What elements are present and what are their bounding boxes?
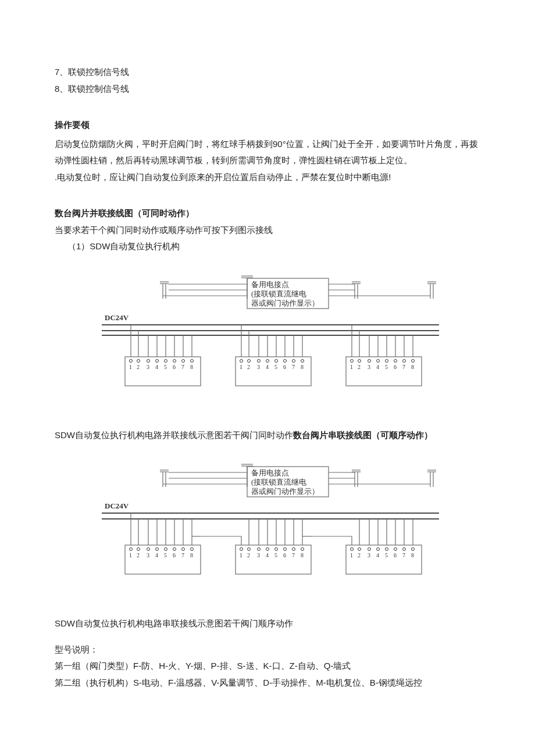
svg-point-195 [386,548,388,551]
svg-point-144 [165,548,167,551]
list-item-8: 8、联锁控制信号线 [55,81,480,98]
svg-text:3: 3 [257,364,260,370]
svg-point-36 [147,359,150,362]
svg-text:2: 2 [137,552,140,558]
parallel-wiring-heading: 数台阀片并联接线图（可同时动作） [55,205,480,222]
svg-point-197 [403,548,406,551]
svg-text:8: 8 [411,552,414,558]
svg-point-191 [351,548,354,551]
series-diagram-caption: SDW自动复位执行机构电路串联接线示意图若干阀门顺序动作 [55,615,480,632]
svg-text:6: 6 [394,552,397,558]
svg-point-146 [182,548,185,551]
svg-point-63 [275,359,278,362]
svg-point-65 [293,359,295,362]
svg-rect-50 [236,357,311,386]
svg-rect-130 [125,545,201,574]
svg-point-169 [266,548,269,551]
svg-text:DC24V: DC24V [105,501,129,510]
document-page: 7、联锁控制信号线 8、联锁控制信号线 操作要领 启动复位防烟防火阀，平时开启阀… [0,0,535,726]
svg-point-85 [358,359,361,362]
svg-point-87 [377,359,380,362]
svg-point-89 [394,359,397,362]
svg-text:3: 3 [147,364,149,370]
svg-point-141 [137,548,140,551]
wiring-module-2: 1 2 3 4 5 6 7 8 [236,325,311,386]
wiring-module-1: 1 2 3 4 5 6 7 8 [125,325,201,386]
svg-point-143 [156,548,159,551]
svg-point-198 [412,548,415,551]
diagram-annotation-line1: 备用电接点 [251,280,289,289]
svg-point-173 [301,548,304,551]
parallel-wiring-intro: 当要求若干个阀门同时动作或顺序动作可按下列图示接线 [55,222,480,239]
svg-point-39 [173,359,176,362]
svg-text:5: 5 [274,364,277,370]
svg-text:7: 7 [402,552,405,558]
svg-text:8: 8 [301,364,304,370]
diagram-annotation-line3: 器或阀门动作显示） [251,299,319,307]
svg-text:6: 6 [283,552,286,558]
svg-text:7: 7 [181,552,184,558]
parallel-sub-item-1: （1）SDW自动复位执行机构 [55,238,480,255]
diagram-annotation-line2: (接联锁直流继电 [251,289,306,298]
svg-text:1: 1 [350,364,353,370]
svg-text:3: 3 [368,552,370,558]
operation-essentials-heading: 操作要领 [55,117,480,134]
svg-text:7: 7 [292,364,295,370]
svg-point-140 [130,548,133,551]
dc24v-label: DC24V [105,313,129,322]
svg-text:1: 1 [240,552,242,558]
svg-text:3: 3 [368,364,370,370]
svg-point-142 [147,548,150,551]
wiring-module-3s: 1 2 3 4 5 6 7 8 [346,519,422,574]
svg-text:4: 4 [266,552,269,558]
svg-text:5: 5 [385,364,388,370]
svg-text:1: 1 [240,364,242,370]
svg-point-34 [130,359,133,362]
svg-text:5: 5 [274,552,277,558]
svg-point-59 [240,359,243,362]
svg-point-64 [284,359,287,362]
svg-point-90 [403,359,406,362]
svg-text:4: 4 [155,552,158,558]
svg-text:6: 6 [283,364,286,370]
svg-text:7: 7 [292,552,295,558]
svg-text:8: 8 [190,552,193,558]
svg-point-192 [358,548,361,551]
svg-text:(接联锁直流继电: (接联锁直流继电 [251,478,306,486]
svg-point-84 [351,359,354,362]
svg-rect-156 [236,545,311,574]
svg-text:5: 5 [164,552,167,558]
svg-text:7: 7 [181,364,184,370]
svg-text:2: 2 [137,364,140,370]
svg-point-194 [377,548,380,551]
svg-point-41 [191,359,194,362]
series-wiring-diagram: .wline { stroke:#6b6b6b; stroke-width:1.… [93,461,442,589]
svg-rect-75 [346,357,422,386]
svg-text:1: 1 [129,552,132,558]
parallel-diagram-caption: SDW自动复位执行机构电路并联接线示意图若干阀门同时动作数台阀片串联接线图（可顺… [55,427,480,444]
svg-text:2: 2 [358,552,361,558]
parallel-wiring-diagram: .wline { stroke:#6b6b6b; stroke-width:1.… [93,273,442,400]
svg-rect-182 [346,545,422,574]
svg-text:1: 1 [129,364,132,370]
svg-point-35 [137,359,140,362]
svg-text:2: 2 [247,552,250,558]
svg-text:器或阀门动作显示）: 器或阀门动作显示） [251,487,319,496]
svg-point-62 [266,359,269,362]
svg-text:7: 7 [402,364,405,370]
svg-rect-25 [125,357,201,386]
svg-text:8: 8 [301,552,304,558]
svg-text:3: 3 [257,552,260,558]
wiring-module-1s: 1 2 3 4 5 6 7 8 [125,513,201,574]
svg-point-38 [165,359,167,362]
svg-point-166 [240,548,243,551]
svg-point-86 [368,359,371,362]
operation-paragraph-2: .电动复位时，应让阀门自动复位到原来的开启位置后自动停止，严禁在复位时中断电源! [55,169,480,186]
svg-point-145 [173,548,176,551]
svg-point-170 [275,548,278,551]
model-description-line2: 第二组（执行机构）S-电动、F-温感器、V-风量调节、D-手动操作、M-电机复位… [55,675,480,691]
svg-text:2: 2 [247,364,250,370]
svg-point-66 [301,359,304,362]
model-description-heading: 型号说明： [55,642,480,658]
svg-point-88 [386,359,388,362]
